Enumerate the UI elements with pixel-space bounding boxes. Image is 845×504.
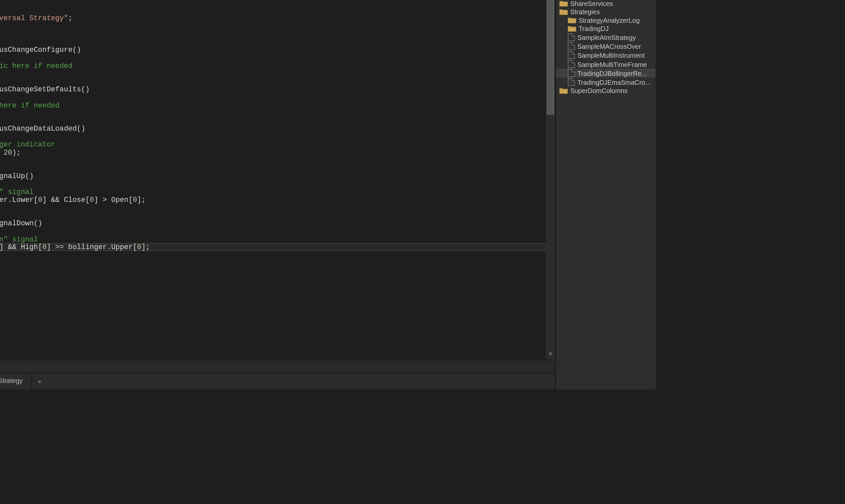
folder-icon [560,0,568,7]
code-line[interactable]: // Conditions for an "Up" signal [0,188,546,196]
code-editor[interactable]: 1252627282930313233343536373839404142434… [0,0,555,360]
code-line[interactable]: } [0,204,546,212]
code-line[interactable] [0,212,546,220]
code-line[interactable]: { [0,228,546,236]
code-line[interactable]: // Conditions for a "Down" signal [0,236,546,244]
code-line[interactable]: protected override bool IsSignalUp() [0,173,546,181]
code-line[interactable]: } [0,266,546,274]
code-line[interactable]: } [0,258,546,266]
code-line[interactable]: { [0,54,546,62]
code-line[interactable] [0,78,546,86]
tree-file[interactable]: SampleMultiTimeFrame [556,60,656,69]
file-tab[interactable]: TdjSourceBaseStrategy [0,373,32,390]
tree-label: Strategies [570,8,600,16]
tree-label: TradingDJBollingerRe... [577,70,647,77]
file-icon [568,60,575,68]
vertical-scrollbar[interactable]: ▲ ▼ [546,0,555,360]
code-line[interactable]: // Add configuration logic here if neede… [0,62,546,70]
file-tabs: TradingDJBollingerReversalStrategyTdjSou… [0,373,555,390]
status-bar [0,360,555,373]
tree-folder[interactable]: Strategies [556,7,656,16]
code-line[interactable] [0,165,546,173]
code-line[interactable]: { [0,94,546,102]
tree-label: SampleMACrossOver [577,42,641,50]
code-line[interactable] [0,39,546,47]
tree-label: ShareServices [570,0,613,7]
file-icon [568,78,575,86]
code-line[interactable]: protected override bool IsSignalDown() [0,220,546,228]
tree-label: SampleMultiInstrument [577,52,645,59]
code-line[interactable]: { [0,133,546,141]
code-line[interactable]: protected override void StatusChangeData… [0,125,546,133]
tree-label: TradingDJ [579,25,609,32]
tree-label: SampleMultiTimeFrame [577,61,647,68]
folder-icon [560,87,568,94]
tree-file[interactable]: SampleAtmStrategy [556,33,656,41]
main-split: 1252627282930313233343536373839404142434… [0,0,655,390]
tree-folder[interactable]: TradingDJ [556,24,656,33]
code-line[interactable] [0,274,546,282]
code-line[interactable]: get [0,0,546,7]
code-line[interactable]: return Close[0] < Open[0] && High[0] >= … [0,243,546,251]
code-line[interactable]: } [0,109,546,118]
explorer-tree[interactable]: AddOnsBarsTypesChartStylesDrawingToolsIm… [556,0,656,390]
file-icon [568,33,575,41]
tree-folder[interactable]: SuperDomColumns [556,86,656,95]
code-line[interactable]: } [0,23,546,31]
scroll-track[interactable] [546,0,555,350]
tree-file[interactable]: TradingDJBollingerRe... [556,69,656,77]
scroll-thumb[interactable] [547,0,554,115]
tree-label: SuperDomColumns [570,87,628,94]
ninjascript-explorer: NinjaScript Explorer 📌 AddOnsBarsTypesCh… [555,0,655,390]
scroll-down-arrow[interactable]: ▼ [549,350,552,359]
folder-icon [568,25,576,32]
file-icon [568,51,575,59]
code-line[interactable]: return Low[0] <= bollinger.Lower[0] && C… [0,196,546,204]
code-line[interactable] [0,118,546,125]
code-line[interactable]: } [0,157,546,165]
code-line[interactable]: return "Bollinger Reversal Strategy"; [0,15,546,23]
tree-file[interactable]: SampleMultiInstrument [556,51,656,60]
code-line[interactable]: protected override void StatusChangeSetD… [0,86,546,94]
code-line[interactable]: protected override void StatusChangeConf… [0,47,546,54]
code-line[interactable]: // Add default settings here if needed [0,102,546,110]
code-line[interactable]: { [0,7,546,15]
code-line[interactable]: { [0,180,546,188]
tree-label: TradingDJEmaSmaCro... [577,78,651,86]
tree-label: SampleAtmStrategy [577,34,636,41]
folder-icon [568,17,576,23]
code-line[interactable]: // Initialize the Bollinger indicator [0,141,546,149]
code-text[interactable]: Using declarations //This namespace hold… [0,0,546,360]
file-icon [568,42,575,50]
tree-folder[interactable]: StrategyAnalyzerLog [556,16,656,24]
folder-icon [560,8,568,15]
tree-folder[interactable]: ShareServices [556,0,656,7]
tree-file[interactable]: SampleMACrossOver [556,42,656,51]
code-line[interactable]: } [0,250,546,258]
editor-column: 1252627282930313233343536373839404142434… [0,0,555,390]
add-tab-button[interactable]: ＋ [32,373,47,390]
code-line[interactable]: } [0,70,546,78]
code-line[interactable]: bollinger = Bollinger(2, 20); [0,149,546,157]
tree-file[interactable]: TradingDJEmaSmaCro... [556,77,656,86]
file-icon [568,69,575,77]
tree-label: StrategyAnalyzerLog [579,17,640,24]
code-line[interactable]: } [0,31,546,39]
